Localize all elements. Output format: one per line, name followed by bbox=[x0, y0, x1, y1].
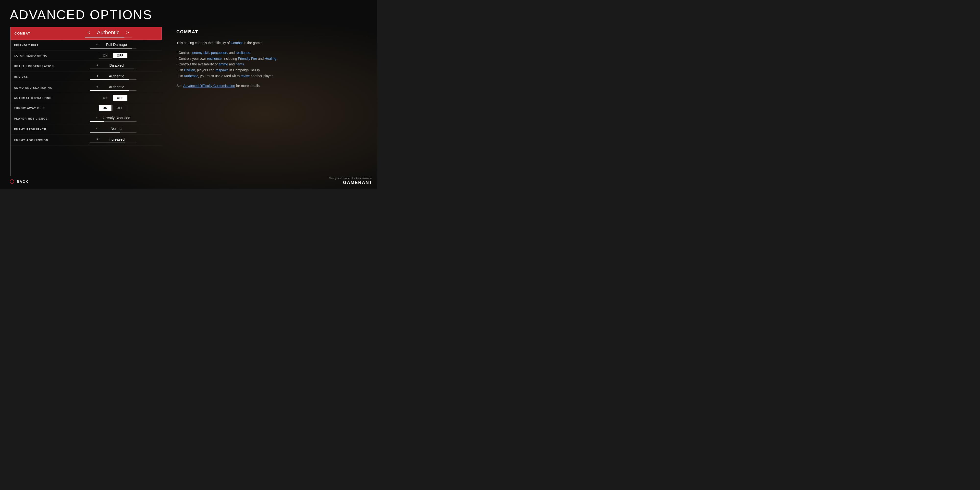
watermark: Your game is open for Axis Invasion. GAM… bbox=[329, 177, 372, 185]
back-circle-icon bbox=[10, 179, 14, 184]
info-see-end: for more details. bbox=[235, 84, 261, 88]
setting-row-player-resilience[interactable]: PLAYER RESILIENCE < Greatly Reduced bbox=[11, 113, 162, 124]
back-label: BACK bbox=[17, 180, 29, 183]
settings-panel: COMBAT < Authentic > FRIENDLY FIRE bbox=[10, 27, 162, 176]
info-bullet-4: - On Civilian, players can respawn in Ca… bbox=[177, 68, 261, 72]
setting-label-throw-away-clip: THROW AWAY CLIP bbox=[14, 107, 68, 110]
setting-row-health-regen[interactable]: HEALTH REGENERATION < Disabled bbox=[11, 61, 162, 72]
info-bullet-1: - Controls enemy skill, perception, and … bbox=[177, 51, 251, 55]
setting-control-throw-away-clip: ON OFF bbox=[68, 105, 158, 111]
enemy-resilience-left-arrow[interactable]: < bbox=[95, 126, 100, 131]
info-bullet-3: - Controls the availability of ammo and … bbox=[177, 62, 245, 66]
setting-row-throw-away-clip[interactable]: THROW AWAY CLIP ON OFF bbox=[11, 103, 162, 113]
setting-label-enemy-resilience: ENEMY RESILIENCE bbox=[14, 128, 68, 131]
setting-row-revival[interactable]: REVIVAL < Authentic bbox=[11, 72, 162, 82]
throw-away-clip-on-btn[interactable]: ON bbox=[99, 105, 111, 111]
setting-row-auto-swapping[interactable]: AUTOMATIC SWAPPING ON OFF bbox=[11, 93, 162, 103]
setting-control-auto-swapping: ON OFF bbox=[68, 95, 158, 101]
setting-control-ammo-searching: < Authentic bbox=[68, 84, 158, 91]
health-regen-slider-track[interactable] bbox=[90, 68, 137, 69]
info-intro-text: This setting controls the difficulty of bbox=[177, 41, 231, 45]
page-title: ADVANCED OPTIONS bbox=[10, 7, 368, 22]
setting-row-coop-respawning[interactable]: CO-OP RESPAWNING ON OFF bbox=[11, 51, 162, 61]
revival-slider-fill bbox=[90, 80, 130, 80]
friendly-fire-slider-fill bbox=[90, 48, 132, 49]
friendly-fire-left-arrow[interactable]: < bbox=[95, 42, 100, 47]
main-content: COMBAT < Authentic > FRIENDLY FIRE bbox=[10, 27, 368, 176]
revival-value: Authentic bbox=[102, 74, 131, 78]
combat-left-arrow[interactable]: < bbox=[86, 30, 92, 36]
ammo-searching-left-arrow[interactable]: < bbox=[95, 84, 100, 89]
footer: BACK bbox=[10, 176, 368, 184]
watermark-brand-part1: GAME bbox=[343, 180, 358, 185]
throw-away-clip-off-btn[interactable]: OFF bbox=[113, 105, 127, 111]
info-bullet-5: - On Authentic, you must use a Med Kit t… bbox=[177, 74, 274, 78]
info-combat-link[interactable]: Combat bbox=[231, 41, 243, 45]
combat-slider-fill bbox=[85, 37, 125, 38]
info-bullet-2: - Controls your own resilience, includin… bbox=[177, 57, 277, 60]
combat-right-arrow[interactable]: > bbox=[125, 30, 130, 36]
watermark-line1: Your game is open for Axis Invasion. bbox=[329, 177, 372, 180]
health-regen-left-arrow[interactable]: < bbox=[95, 63, 100, 68]
player-resilience-slider-track[interactable] bbox=[90, 121, 137, 122]
setting-label-revival: REVIVAL bbox=[14, 75, 68, 78]
setting-label-health-regen: HEALTH REGENERATION bbox=[14, 65, 68, 68]
setting-label-combat: COMBAT bbox=[14, 32, 59, 35]
info-see-more: See Advanced Difficulty Customisation fo… bbox=[177, 83, 368, 89]
info-intro-end: in the game. bbox=[243, 41, 262, 45]
enemy-resilience-slider-fill bbox=[90, 132, 120, 132]
coop-respawning-toggle: ON OFF bbox=[99, 52, 127, 59]
auto-swapping-toggle: ON OFF bbox=[99, 95, 127, 101]
setting-row-friendly-fire[interactable]: FRIENDLY FIRE < Full Damage bbox=[11, 40, 162, 51]
enemy-aggression-slider-track[interactable] bbox=[90, 143, 137, 143]
setting-row-ammo-searching[interactable]: AMMO AND SEARCHING < Authentic bbox=[11, 82, 162, 93]
info-title: COMBAT bbox=[177, 29, 368, 37]
setting-row-combat[interactable]: COMBAT < Authentic > bbox=[11, 27, 162, 40]
friendly-fire-value: Full Damage bbox=[102, 42, 131, 46]
throw-away-clip-toggle: ON OFF bbox=[99, 105, 127, 111]
combat-slider-track[interactable] bbox=[85, 37, 132, 38]
back-button[interactable]: BACK bbox=[10, 179, 29, 184]
watermark-brand-part2: RANT bbox=[358, 180, 372, 185]
revival-left-arrow[interactable]: < bbox=[95, 73, 100, 78]
ammo-searching-slider-fill bbox=[90, 90, 130, 91]
coop-respawning-on-btn[interactable]: ON bbox=[99, 52, 112, 59]
advanced-difficulty-link[interactable]: Advanced Difficulty Customisation bbox=[183, 84, 235, 88]
info-bullets: - Controls enemy skill, perception, and … bbox=[177, 50, 368, 79]
auto-swapping-on-btn[interactable]: ON bbox=[99, 95, 112, 101]
player-resilience-value: Greatly Reduced bbox=[102, 116, 131, 120]
enemy-aggression-slider-fill bbox=[90, 143, 125, 143]
info-body: This setting controls the difficulty of … bbox=[177, 40, 368, 89]
setting-label-coop-respawning: CO-OP RESPAWNING bbox=[14, 54, 68, 57]
setting-row-enemy-aggression[interactable]: ENEMY AGGRESSION < Increased bbox=[11, 135, 162, 146]
setting-label-enemy-aggression: ENEMY AGGRESSION bbox=[14, 139, 68, 142]
ammo-searching-value: Authentic bbox=[102, 85, 131, 89]
setting-control-player-resilience: < Greatly Reduced bbox=[68, 115, 158, 122]
setting-label-ammo-searching: AMMO AND SEARCHING bbox=[14, 86, 68, 89]
combat-value: Authentic bbox=[94, 29, 123, 36]
enemy-resilience-value: Normal bbox=[102, 126, 131, 130]
revival-slider-track[interactable] bbox=[90, 80, 137, 80]
player-resilience-slider-fill bbox=[90, 121, 104, 122]
info-intro: This setting controls the difficulty of … bbox=[177, 40, 368, 46]
auto-swapping-off-btn[interactable]: OFF bbox=[113, 95, 127, 101]
info-panel: COMBAT This setting controls the difficu… bbox=[177, 27, 368, 176]
setting-row-enemy-resilience[interactable]: ENEMY RESILIENCE < Normal bbox=[11, 124, 162, 135]
coop-respawning-off-btn[interactable]: OFF bbox=[113, 53, 127, 58]
setting-label-auto-swapping: AUTOMATIC SWAPPING bbox=[14, 97, 68, 99]
setting-control-enemy-aggression: < Increased bbox=[68, 137, 158, 143]
setting-control-combat: < Authentic > bbox=[59, 29, 158, 38]
health-regen-slider-fill bbox=[90, 68, 134, 69]
health-regen-value: Disabled bbox=[102, 63, 131, 67]
setting-control-coop-respawning: ON OFF bbox=[68, 52, 158, 59]
setting-label-friendly-fire: FRIENDLY FIRE bbox=[14, 44, 68, 47]
enemy-resilience-slider-track[interactable] bbox=[90, 132, 137, 132]
player-resilience-left-arrow[interactable]: < bbox=[95, 115, 100, 120]
info-see-text: See bbox=[177, 84, 183, 88]
enemy-aggression-value: Increased bbox=[102, 137, 131, 142]
ammo-searching-slider-track[interactable] bbox=[90, 90, 137, 91]
setting-control-revival: < Authentic bbox=[68, 73, 158, 80]
enemy-aggression-left-arrow[interactable]: < bbox=[95, 137, 100, 142]
friendly-fire-slider-track[interactable] bbox=[90, 48, 137, 49]
setting-control-friendly-fire: < Full Damage bbox=[68, 42, 158, 49]
